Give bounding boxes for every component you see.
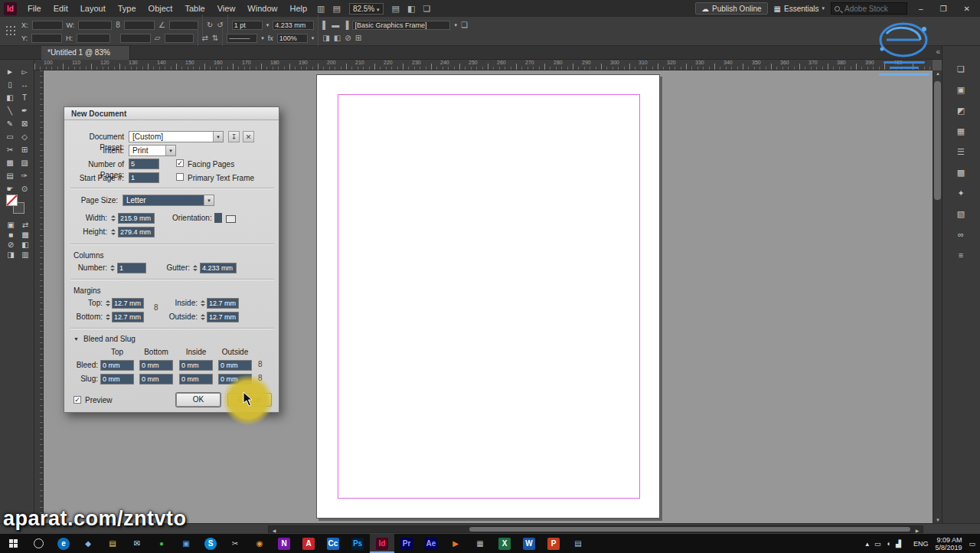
rotation-field[interactable]: [169, 21, 198, 30]
content-collector-tool[interactable]: ◧: [4, 92, 16, 103]
ok-button[interactable]: OK: [176, 393, 220, 407]
landscape-orientation-icon[interactable]: [226, 215, 236, 223]
taskbar-clock[interactable]: 9:09 AM 5/8/2019: [935, 536, 962, 551]
taskbar-media-player[interactable]: ▶: [443, 534, 468, 553]
vertical-ruler[interactable]: [34, 70, 44, 523]
swatches-panel[interactable]: ▦: [953, 125, 969, 137]
make-all-settings-same-icon[interactable]: 8: [154, 303, 158, 312]
flip-horizontal-icon[interactable]: ⇄: [202, 34, 208, 42]
object-style-dropdown[interactable]: [Basic Graphics Frame]: [352, 21, 450, 30]
taskbar-file-explorer[interactable]: ▤: [100, 534, 125, 553]
zoom-level-dropdown[interactable]: 82.5% ▾: [349, 3, 384, 15]
minimize-button[interactable]: –: [913, 5, 929, 13]
pen-tool[interactable]: ✒: [18, 105, 31, 116]
slug-bottom-field[interactable]: 0 mm: [139, 374, 173, 384]
apply-color-button[interactable]: ■: [5, 231, 17, 239]
taskbar-snipping-tool[interactable]: ✂: [223, 534, 247, 553]
margin-inside-stepper[interactable]: [199, 298, 206, 309]
publish-online-button[interactable]: ☁Publish Online: [695, 2, 767, 15]
horizontal-ruler[interactable]: 1001101201301401501601701801902002102202…: [34, 60, 933, 70]
taskbar-premiere[interactable]: Pr: [394, 534, 419, 553]
note-tool[interactable]: ▤: [4, 170, 16, 182]
x-field[interactable]: [32, 21, 63, 30]
menu-view[interactable]: View: [211, 4, 242, 13]
zoom-tool[interactable]: ⊙: [18, 183, 31, 195]
margin-bottom-stepper[interactable]: [104, 312, 111, 322]
margin-top-stepper[interactable]: [104, 298, 111, 309]
pages-panel[interactable]: ❏: [953, 63, 969, 75]
taskbar-skype[interactable]: S: [198, 534, 223, 553]
vertical-scrollbar[interactable]: ▲ ▼: [933, 70, 942, 523]
type-tool[interactable]: T: [18, 92, 31, 103]
bleed-bottom-field[interactable]: 0 mm: [139, 360, 173, 371]
scale-y-field[interactable]: [120, 34, 151, 43]
arrange-documents-icon[interactable]: ❏: [419, 4, 434, 14]
dialog-title[interactable]: New Document: [64, 107, 279, 120]
language-indicator[interactable]: ENG: [913, 540, 929, 548]
taskbar-acrobat[interactable]: A: [296, 534, 321, 553]
margin-outside-stepper[interactable]: [199, 312, 206, 322]
width-field[interactable]: 215.9 mm: [118, 213, 155, 224]
margin-top-field[interactable]: 12.7 mm: [112, 298, 144, 309]
hand-tool[interactable]: ☛: [4, 183, 16, 195]
panel-options-icon[interactable]: ❏: [461, 21, 468, 29]
page-tool[interactable]: ▯: [4, 79, 16, 90]
bleed-top-field[interactable]: 0 mm: [100, 360, 134, 371]
selection-tool[interactable]: ►: [4, 66, 16, 77]
bridge-icon[interactable]: ▥: [313, 4, 328, 14]
slug-inside-field[interactable]: 0 mm: [179, 374, 213, 384]
hidden-icons-icon[interactable]: ▴: [866, 540, 870, 548]
scissors-tool[interactable]: ✂: [4, 144, 16, 155]
vertical-scroll-thumb[interactable]: [934, 81, 941, 200]
action-center-icon[interactable]: ▭: [969, 540, 975, 548]
width-stepper[interactable]: [109, 213, 116, 224]
layers-panel[interactable]: ▧: [953, 208, 969, 220]
scale-x-field[interactable]: [124, 21, 155, 30]
adobe-stock-search[interactable]: [831, 2, 907, 15]
menu-edit[interactable]: Edit: [47, 4, 74, 13]
w-field[interactable]: [78, 21, 112, 30]
reference-point-grid[interactable]: [6, 26, 16, 36]
drop-shadow-icon[interactable]: ◨: [322, 34, 329, 42]
bleed-outside-field[interactable]: 0 mm: [218, 360, 252, 371]
taskbar-screen-recorder[interactable]: ●: [149, 534, 174, 553]
close-button[interactable]: ✕: [959, 5, 975, 13]
intent-dropdown[interactable]: Print▾: [129, 145, 176, 156]
taskbar-calculator[interactable]: ▦: [468, 534, 492, 553]
pencil-tool[interactable]: ✎: [4, 118, 16, 129]
scroll-left-icon[interactable]: ◀: [270, 528, 279, 533]
margin-inside-field[interactable]: 12.7 mm: [207, 298, 239, 309]
document-preset-dropdown[interactable]: [Custom]▾: [129, 131, 224, 142]
rectangle-frame-tool[interactable]: ⊠: [18, 118, 31, 129]
gradient-panel[interactable]: ▩: [953, 166, 969, 178]
gutter-stepper[interactable]: [191, 263, 198, 273]
fx-label[interactable]: fx: [268, 34, 273, 42]
taskbar-chrome[interactable]: ◉: [247, 534, 272, 553]
fitting-icon[interactable]: ⊞: [355, 34, 361, 42]
document-tab[interactable]: *Untitled 1 @ 83%: [41, 46, 130, 60]
taskbar-creative-cloud[interactable]: Cc: [321, 534, 345, 553]
align-panel[interactable]: ≡: [953, 249, 969, 261]
taskbar-photos[interactable]: ▣: [174, 534, 198, 553]
stock-icon[interactable]: ▤: [329, 4, 345, 14]
stroke-panel[interactable]: ☰: [953, 146, 969, 158]
workspace-switcher[interactable]: ▦Essentials▾: [774, 5, 825, 13]
taskbar-excel[interactable]: X: [492, 534, 517, 553]
free-transform-tool[interactable]: ⊞: [18, 144, 31, 155]
formatting-affects-icon[interactable]: ◧: [19, 241, 31, 249]
effects-panel[interactable]: ✦: [953, 187, 969, 199]
taskbar-onenote[interactable]: N: [272, 534, 296, 553]
y-field[interactable]: [31, 34, 62, 43]
menu-help[interactable]: Help: [283, 4, 313, 13]
polygon-tool[interactable]: ◇: [18, 131, 31, 142]
scroll-right-icon[interactable]: ▶: [913, 528, 922, 533]
page-size-dropdown[interactable]: Letter▾: [122, 195, 214, 206]
margin-bottom-field[interactable]: 12.7 mm: [112, 312, 144, 322]
height-field[interactable]: 279.4 mm: [118, 227, 155, 237]
align-right-icon[interactable]: ▐: [343, 21, 348, 29]
fill-color-control[interactable]: [6, 195, 18, 206]
cortana-search-icon[interactable]: [34, 538, 44, 548]
taskbar-edge[interactable]: e: [51, 534, 76, 553]
cc-libraries-panel[interactable]: ▣: [953, 83, 969, 96]
align-center-icon[interactable]: ▬: [332, 21, 339, 29]
